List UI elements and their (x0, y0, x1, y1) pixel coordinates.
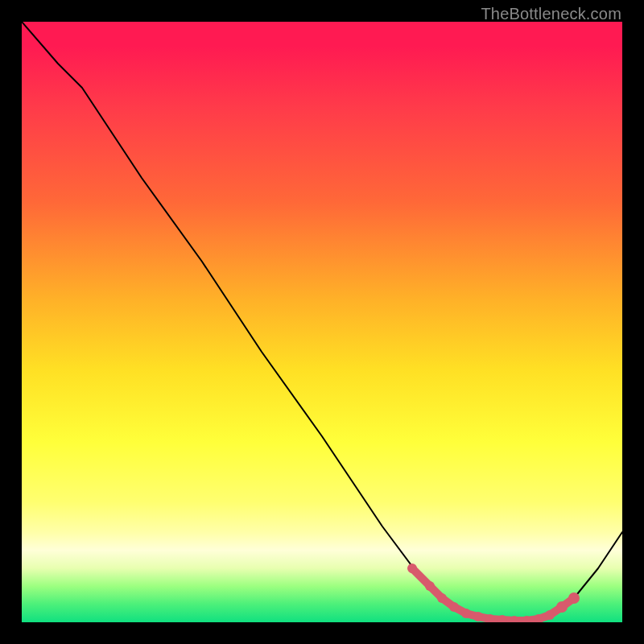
marker-dot (437, 593, 447, 603)
marker-dot (556, 601, 568, 613)
chart-frame: TheBottleneck.com (0, 0, 644, 644)
marker-dot (425, 581, 435, 591)
marker-dot (449, 602, 459, 612)
marker-dot (545, 610, 555, 620)
marker-dot (473, 612, 483, 621)
bottleneck-curve-line (22, 22, 622, 621)
marker-dot (461, 609, 471, 618)
marker-dot (568, 592, 580, 604)
watermark-text: TheBottleneck.com (481, 5, 621, 23)
chart-plot-area (22, 22, 622, 622)
bottleneck-chart (22, 22, 622, 622)
marker-dot (407, 564, 417, 573)
